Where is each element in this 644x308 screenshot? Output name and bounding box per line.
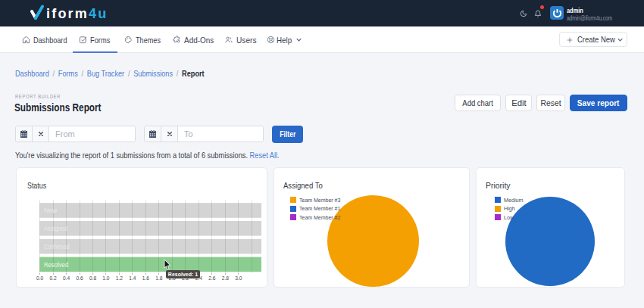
svg-text:1.6: 1.6 [142,275,149,282]
svg-text:1.2: 1.2 [116,275,123,282]
svg-text:0.8: 0.8 [89,275,96,282]
svg-text:1.8: 1.8 [155,275,162,282]
svg-text:Confirmed: Confirmed [44,243,70,250]
svg-text:Assigned: Assigned [44,225,67,232]
svg-text:0.6: 0.6 [76,275,83,282]
svg-text:0.0: 0.0 [36,275,43,282]
svg-text:Resolved: Resolved [44,261,68,269]
svg-text:3.0: 3.0 [235,275,242,282]
svg-text:2.6: 2.6 [208,275,215,282]
svg-text:0.2: 0.2 [49,275,56,282]
svg-text:1.4: 1.4 [129,275,136,282]
svg-text:2.8: 2.8 [222,275,229,282]
svg-text:1.0: 1.0 [102,275,109,282]
svg-text:0.4: 0.4 [63,275,70,282]
svg-text:New: New [44,207,58,214]
